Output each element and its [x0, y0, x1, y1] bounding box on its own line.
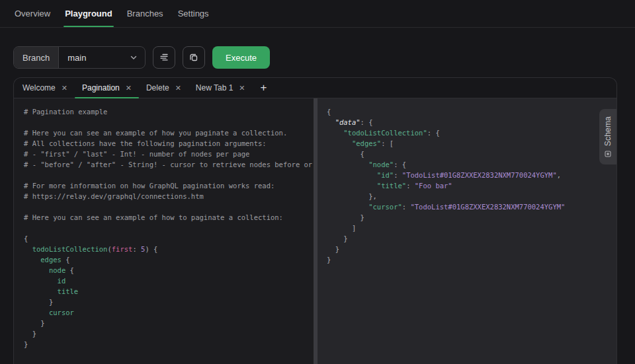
- chevron-down-icon: [130, 54, 138, 61]
- top-nav-items: OverviewPlaygroundBranchesSettings: [13, 0, 210, 27]
- code-line: # All collections have the following pag…: [24, 138, 314, 149]
- code-line: cursor: [24, 307, 314, 318]
- toolbar: Branch main Execute: [13, 46, 635, 69]
- code-line: # - "before" / "after" - String! - curso…: [24, 159, 314, 170]
- tab-welcome[interactable]: Welcome✕: [15, 78, 75, 98]
- code-line: "data": {: [327, 117, 616, 127]
- code-line: edges {: [24, 254, 314, 265]
- code-line: }: [24, 318, 314, 328]
- tab-pagination[interactable]: Pagination✕: [75, 78, 139, 98]
- code-line: }: [24, 339, 314, 349]
- code-line: "todoListCollection": {: [327, 127, 616, 138]
- response-pane: { "data": { "todoListCollection": { "edg…: [318, 98, 616, 364]
- code-line: [24, 223, 314, 233]
- code-line: node {: [24, 265, 314, 275]
- prettify-icon: [159, 52, 169, 63]
- code-line: # Here you can see an example of how you…: [24, 127, 314, 138]
- code-line: [24, 117, 314, 127]
- code-line: "id": "TodoList#01G8ZXXEX2832NXM770024YG…: [327, 170, 616, 180]
- code-line: }: [327, 233, 616, 244]
- code-line: {: [327, 106, 616, 117]
- tab-bar: Welcome✕Pagination✕Delete✕New Tab 1✕+: [14, 78, 616, 98]
- code-line: "title": "Foo bar": [327, 180, 616, 191]
- schema-panel-label: Schema: [603, 116, 613, 146]
- schema-icon: [605, 151, 611, 157]
- tab-label: New Tab 1: [196, 83, 233, 92]
- code-line: [24, 201, 314, 212]
- code-line: # - "first" / "last" - Int! - number of …: [24, 149, 314, 159]
- code-line: }: [327, 244, 616, 254]
- code-line: # https://relay.dev/graphql/connections.…: [24, 191, 314, 201]
- code-line: ]: [327, 223, 616, 233]
- code-line: id: [24, 275, 314, 286]
- nav-item-playground[interactable]: Playground: [64, 0, 114, 27]
- code-line: title: [24, 286, 314, 297]
- response-code: { "data": { "todoListCollection": { "edg…: [327, 106, 616, 265]
- schema-panel-toggle[interactable]: Schema: [599, 109, 616, 164]
- code-line: "node": {: [327, 159, 616, 170]
- code-line: {: [327, 149, 616, 159]
- code-line: }: [327, 212, 616, 223]
- code-line: # Here you can see an example of how to …: [24, 212, 314, 223]
- code-line: {: [24, 233, 314, 244]
- tab-delete[interactable]: Delete✕: [139, 78, 189, 98]
- branch-select-value: main: [59, 53, 130, 63]
- add-tab-button[interactable]: +: [253, 78, 275, 98]
- tab-label: Delete: [146, 83, 169, 92]
- nav-item-settings[interactable]: Settings: [177, 0, 210, 27]
- query-editor-pane[interactable]: # Pagination example# Here you can see a…: [14, 98, 314, 364]
- branch-select[interactable]: Branch main: [13, 46, 146, 69]
- copy-button[interactable]: [183, 46, 205, 69]
- close-icon[interactable]: ✕: [239, 85, 245, 92]
- editor-split: # Pagination example# Here you can see a…: [14, 98, 616, 364]
- nav-item-overview[interactable]: Overview: [13, 0, 52, 27]
- branch-select-label: Branch: [14, 47, 59, 68]
- code-line: }: [24, 328, 314, 339]
- code-line: "cursor": "TodoList#01G8ZXXEX2832NXM7700…: [327, 201, 616, 212]
- close-icon[interactable]: ✕: [62, 85, 67, 92]
- playground-workspace: Welcome✕Pagination✕Delete✕New Tab 1✕+ # …: [13, 77, 617, 364]
- code-line: todoListCollection(first: 5) {: [24, 244, 314, 254]
- code-line: },: [327, 191, 616, 201]
- code-line: }: [327, 254, 616, 265]
- copy-icon: [189, 52, 199, 63]
- tab-new-tab-1[interactable]: New Tab 1✕: [189, 78, 253, 98]
- code-line: # Pagination example: [24, 106, 314, 117]
- tab-label: Welcome: [22, 83, 56, 92]
- tab-label: Pagination: [82, 83, 120, 92]
- code-line: "edges": [: [327, 138, 616, 149]
- nav-item-branches[interactable]: Branches: [126, 0, 165, 27]
- code-line: }: [24, 297, 314, 307]
- code-line: [24, 170, 314, 180]
- close-icon[interactable]: ✕: [175, 85, 181, 92]
- execute-button[interactable]: Execute: [212, 46, 270, 69]
- code-line: # For more information on how GraphQL pa…: [24, 180, 314, 191]
- close-icon[interactable]: ✕: [126, 85, 132, 92]
- query-editor-code[interactable]: # Pagination example# Here you can see a…: [24, 106, 314, 349]
- prettify-button[interactable]: [153, 46, 175, 69]
- top-nav: OverviewPlaygroundBranchesSettings: [0, 0, 635, 28]
